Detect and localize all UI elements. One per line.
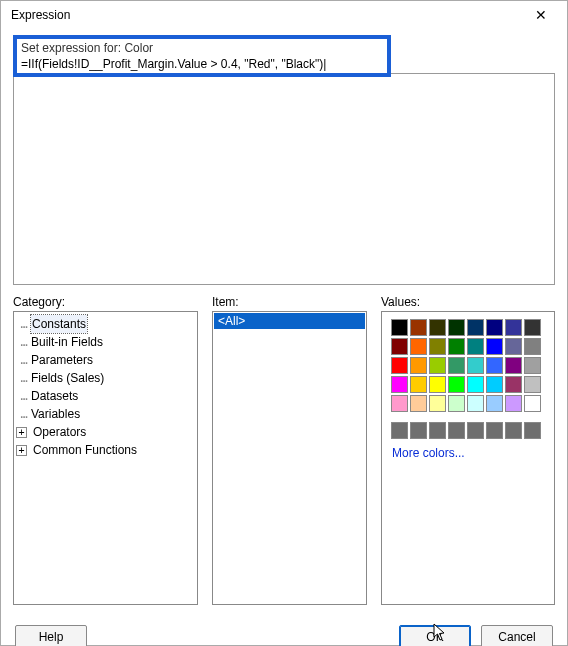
dialog-footer: Help OK Cancel [1, 615, 567, 646]
color-swatch[interactable] [524, 357, 541, 374]
category-item-label: Constants [31, 315, 87, 333]
values-box: More colors... [381, 311, 555, 605]
color-swatch[interactable] [448, 395, 465, 412]
color-swatch[interactable] [486, 319, 503, 336]
expression-highlight: Set expression for: Color =IIf(Fields!ID… [13, 35, 391, 77]
plus-icon[interactable]: + [16, 427, 27, 438]
color-swatch[interactable] [448, 376, 465, 393]
expression-text[interactable]: =IIf(Fields!ID__Profit_Margin.Value > 0.… [21, 57, 383, 71]
tree-dots-icon: … [16, 405, 31, 423]
color-swatch[interactable] [505, 357, 522, 374]
tree-dots-icon: … [16, 369, 31, 387]
color-swatch[interactable] [429, 338, 446, 355]
color-swatch[interactable] [467, 376, 484, 393]
color-swatch[interactable] [467, 319, 484, 336]
color-swatch[interactable] [429, 357, 446, 374]
color-swatch[interactable] [410, 422, 427, 439]
item-label: Item: [212, 295, 367, 309]
category-item-label: Operators [33, 423, 86, 441]
color-swatch[interactable] [410, 376, 427, 393]
color-swatch[interactable] [505, 376, 522, 393]
color-swatch[interactable] [524, 395, 541, 412]
more-colors-link[interactable]: More colors... [392, 446, 544, 460]
color-swatch[interactable] [429, 422, 446, 439]
category-item-label: Datasets [31, 387, 78, 405]
color-swatch[interactable] [524, 422, 541, 439]
color-swatch[interactable] [448, 422, 465, 439]
category-item-label: Common Functions [33, 441, 137, 459]
tree-dots-icon: … [16, 333, 31, 351]
color-swatch[interactable] [429, 319, 446, 336]
window-title: Expression [11, 8, 525, 22]
color-swatch[interactable] [486, 422, 503, 439]
color-swatch[interactable] [391, 395, 408, 412]
color-swatch[interactable] [505, 319, 522, 336]
color-swatch[interactable] [391, 319, 408, 336]
lower-panels: Category: … Constants… Built-in Fields… … [13, 295, 555, 605]
color-swatch[interactable] [524, 376, 541, 393]
color-swatch[interactable] [448, 338, 465, 355]
category-row[interactable]: … Datasets [16, 387, 195, 405]
color-swatch[interactable] [486, 395, 503, 412]
tree-dots-icon: … [16, 387, 31, 405]
color-swatch[interactable] [505, 338, 522, 355]
set-expression-label: Set expression for: Color [21, 41, 383, 55]
category-listbox[interactable]: … Constants… Built-in Fields… Parameters… [13, 311, 198, 605]
color-swatch[interactable] [429, 376, 446, 393]
color-swatch[interactable] [410, 395, 427, 412]
category-panel: Category: … Constants… Built-in Fields… … [13, 295, 198, 605]
item-listbox[interactable]: <All> [212, 311, 367, 605]
color-swatch[interactable] [448, 319, 465, 336]
color-swatch[interactable] [410, 357, 427, 374]
tree-dots-icon: … [16, 351, 31, 369]
category-item-label: Variables [31, 405, 80, 423]
color-swatch[interactable] [391, 422, 408, 439]
titlebar: Expression ✕ [1, 1, 567, 29]
help-button[interactable]: Help [15, 625, 87, 646]
category-label: Category: [13, 295, 198, 309]
color-swatch[interactable] [391, 376, 408, 393]
plus-icon[interactable]: + [16, 445, 27, 456]
color-swatch[interactable] [410, 319, 427, 336]
color-swatch[interactable] [486, 357, 503, 374]
close-icon[interactable]: ✕ [525, 1, 557, 29]
color-swatch[interactable] [467, 395, 484, 412]
color-swatch[interactable] [391, 357, 408, 374]
item-panel: Item: <All> [212, 295, 367, 605]
color-swatch[interactable] [410, 338, 427, 355]
ok-button[interactable]: OK [399, 625, 471, 646]
tree-dots-icon: … [16, 315, 31, 333]
values-panel: Values: More colors... [381, 295, 555, 605]
category-item-label: Built-in Fields [31, 333, 103, 351]
category-row[interactable]: … Fields (Sales) [16, 369, 195, 387]
color-grid[interactable]: More colors... [382, 312, 554, 472]
category-item-label: Fields (Sales) [31, 369, 104, 387]
category-row[interactable]: … Built-in Fields [16, 333, 195, 351]
color-swatch[interactable] [448, 357, 465, 374]
color-swatch[interactable] [429, 395, 446, 412]
color-swatch[interactable] [391, 338, 408, 355]
color-swatch[interactable] [505, 422, 522, 439]
expression-dialog: Expression ✕ Set expression for: Color =… [0, 0, 568, 646]
category-row[interactable]: + Operators [16, 423, 195, 441]
color-swatch[interactable] [524, 338, 541, 355]
color-swatch[interactable] [486, 338, 503, 355]
color-swatch[interactable] [467, 357, 484, 374]
color-swatch[interactable] [505, 395, 522, 412]
color-swatch[interactable] [486, 376, 503, 393]
category-row[interactable]: … Variables [16, 405, 195, 423]
item-all-row[interactable]: <All> [214, 313, 365, 329]
color-swatch[interactable] [467, 422, 484, 439]
color-swatch[interactable] [467, 338, 484, 355]
cancel-button[interactable]: Cancel [481, 625, 553, 646]
category-row[interactable]: … Constants [16, 315, 195, 333]
category-row[interactable]: + Common Functions [16, 441, 195, 459]
category-row[interactable]: … Parameters [16, 351, 195, 369]
category-item-label: Parameters [31, 351, 93, 369]
expression-editor[interactable] [13, 73, 555, 285]
color-swatch[interactable] [524, 319, 541, 336]
dialog-body: Set expression for: Color =IIf(Fields!ID… [1, 29, 567, 615]
values-label: Values: [381, 295, 555, 309]
